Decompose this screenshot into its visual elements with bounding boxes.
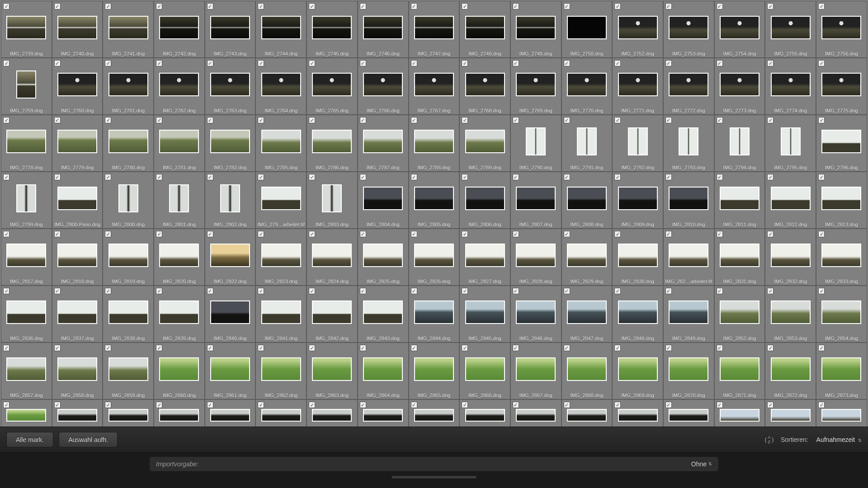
thumbnail-image[interactable] [210,130,250,153]
import-checkbox[interactable]: ✓ [360,345,366,351]
thumbnail-cell[interactable]: ✓IMG_2805.dng [409,172,460,229]
thumbnail-cell[interactable]: ✓IMG_2802.dng [205,172,256,229]
thumbnail-cell[interactable]: ✓IMG_2769.dng [510,58,561,115]
thumbnail-image[interactable] [465,409,505,422]
thumbnail-image[interactable] [322,184,342,212]
thumbnail-cell[interactable]: ✓IMG_2759.dng [1,58,52,115]
import-checkbox[interactable]: ✓ [54,174,61,180]
thumbnail-cell[interactable]: ✓IMG_2823.dng [255,229,307,286]
thumbnail-image[interactable] [414,130,454,153]
import-checkbox[interactable]: ✓ [717,117,723,123]
thumbnail-cell[interactable]: ✓IMG_2871.dng [714,343,765,399]
thumbnail-image[interactable] [821,409,861,422]
import-checkbox[interactable]: ✓ [513,174,519,180]
import-checkbox[interactable]: ✓ [665,345,672,351]
thumbnail-image[interactable] [312,244,352,267]
import-checkbox[interactable]: ✓ [105,60,111,66]
thumbnail-cell[interactable]: ✓IMG_2771.dng [612,58,663,115]
thumbnail-image[interactable] [6,130,46,153]
import-checkbox[interactable]: ✓ [54,288,61,294]
thumbnail-cell[interactable]: ✓IMG_2748.dng [459,1,510,58]
import-checkbox[interactable]: ✓ [258,60,264,66]
thumbnail-cell[interactable]: ✓IMG_2775.dng [816,58,867,115]
import-checkbox[interactable]: ✓ [258,345,264,351]
thumbnail-cell[interactable]: ✓IMG_2799.dng [1,172,52,229]
thumbnail-cell[interactable]: ✓ [255,399,307,427]
thumbnail-image[interactable] [108,73,148,96]
import-checkbox[interactable]: ✓ [717,3,723,9]
thumbnail-cell[interactable]: ✓IMG_2764.dng [255,58,307,115]
import-checkbox[interactable]: ✓ [156,60,162,66]
thumbnail-cell[interactable]: ✓IMG_2779.dng [52,115,103,172]
thumbnail-image[interactable] [16,184,36,212]
thumbnail-cell[interactable]: ✓IMG_2808.dng [561,172,613,229]
thumbnail-cell[interactable]: ✓IMG_2841.dng [255,286,307,343]
thumbnail-image[interactable] [414,16,454,39]
import-checkbox[interactable]: ✓ [818,231,825,237]
thumbnail-image[interactable] [720,73,760,96]
import-checkbox[interactable]: ✓ [614,231,621,237]
import-checkbox[interactable]: ✓ [818,288,825,294]
import-checkbox[interactable]: ✓ [3,345,9,351]
thumbnail-image[interactable] [516,16,556,39]
thumbnail-cell[interactable]: ✓IMG_2796.dng [816,115,867,172]
thumbnail-cell[interactable]: ✓IMG_2741.dng [103,1,154,58]
thumbnail-cell[interactable]: ✓IMG_2854.dng [816,286,867,343]
thumbnail-image[interactable] [465,130,505,153]
thumbnail-cell[interactable]: ✓IMG_2761.dng [103,58,154,115]
import-checkbox[interactable]: ✓ [156,402,162,408]
thumbnail-image[interactable] [516,409,556,422]
thumbnail-image[interactable] [210,16,250,39]
thumbnail-cell[interactable]: ✓IMG_2812.dng [765,172,816,229]
import-checkbox[interactable]: ✓ [564,174,570,180]
thumbnail-cell[interactable]: ✓IMG_2849.dng [663,286,714,343]
import-checkbox[interactable]: ✓ [513,402,519,408]
thumbnail-image[interactable] [720,409,760,422]
sort-direction-icon[interactable]: ( AZ ) [763,435,775,444]
thumbnail-image[interactable] [210,409,250,422]
thumbnail-image[interactable] [57,187,97,210]
import-checkbox[interactable]: ✓ [207,3,213,9]
import-checkbox[interactable]: ✓ [513,345,519,351]
thumbnail-cell[interactable]: ✓IMG_2863.dng [307,343,358,399]
thumbnail-cell[interactable]: ✓IMG_2791.dng [561,115,613,172]
thumbnail-cell[interactable]: ✓ [358,399,409,427]
thumbnail-cell[interactable]: ✓IMG_2870.dng [663,343,714,399]
import-checkbox[interactable]: ✓ [105,402,111,408]
thumbnail-cell[interactable]: ✓IMG_2806.dng [459,172,510,229]
import-checkbox[interactable]: ✓ [614,3,621,9]
thumbnail-image[interactable] [414,73,454,96]
thumbnail-image[interactable] [159,130,199,153]
thumbnail-image[interactable] [363,409,403,422]
thumbnail-cell[interactable]: ✓IMG_2846.dng [510,286,561,343]
thumbnail-image[interactable] [108,244,148,267]
import-checkbox[interactable]: ✓ [818,174,825,180]
import-checkbox[interactable]: ✓ [411,402,417,408]
thumbnail-cell[interactable]: ✓IMG_2742.dng [154,1,205,58]
import-checkbox[interactable]: ✓ [411,3,417,9]
thumbnail-image[interactable] [57,409,97,422]
thumbnail-image[interactable] [465,16,505,39]
thumbnail-cell[interactable]: ✓IMG_2844.dng [409,286,460,343]
thumbnail-cell[interactable]: ✓IMG_2857.dng [1,343,52,399]
import-checkbox[interactable]: ✓ [462,174,468,180]
thumbnail-image[interactable] [414,300,454,324]
thumbnail-cell[interactable]: ✓IMG_2768.dng [459,58,510,115]
thumbnail-cell[interactable]: ✓ [52,399,103,427]
import-checkbox[interactable]: ✓ [767,3,774,9]
thumbnail-image[interactable] [516,73,556,96]
thumbnail-cell[interactable]: ✓IMG_2800.dng [103,172,154,229]
thumbnail-cell[interactable]: ✓IMG_2753.dng [663,1,714,58]
thumbnail-cell[interactable]: ✓IMG_2750.dng [561,1,613,58]
import-checkbox[interactable]: ✓ [54,3,61,9]
thumbnail-image[interactable] [312,130,352,153]
thumbnail-cell[interactable]: ✓IMG_2766.dng [358,58,409,115]
thumbnail-cell[interactable]: ✓IMG_2811.dng [714,172,765,229]
thumbnail-image[interactable] [169,184,189,212]
thumbnail-cell[interactable]: ✓IMG_2842.dng [307,286,358,343]
thumbnail-cell[interactable]: ✓IMG_2862.dng [255,343,307,399]
thumbnail-image[interactable] [669,187,708,210]
import-checkbox[interactable]: ✓ [564,117,570,123]
thumbnail-image[interactable] [720,300,760,324]
thumbnail-image[interactable] [261,244,301,267]
